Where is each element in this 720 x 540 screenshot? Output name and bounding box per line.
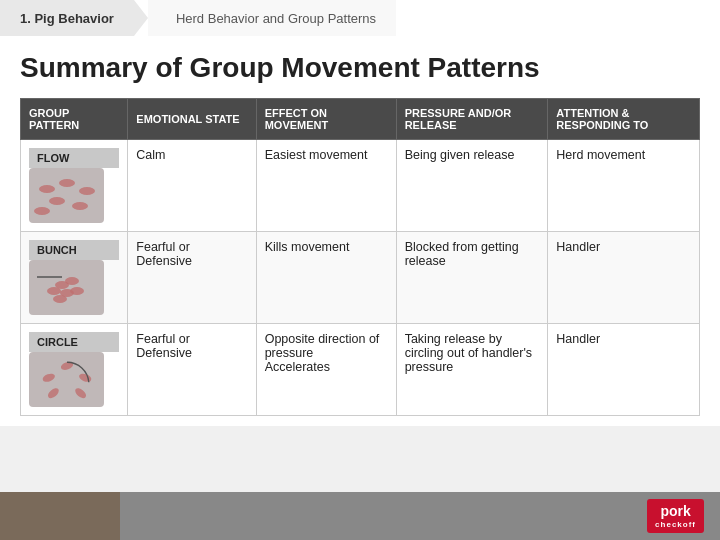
nav-item-herd-behavior[interactable]: Herd Behavior and Group Patterns [148,0,396,36]
flow-pressure: Being given release [396,140,548,232]
table-header-row: GROUP PATTERN EMOTIONAL STATE EFFECT ON … [21,99,700,140]
svg-point-16 [46,386,60,400]
col-header-pressure: PRESSURE and/or RELEASE [396,99,548,140]
bunch-pig-image [29,260,104,315]
svg-point-5 [34,207,50,215]
col-header-group: GROUP PATTERN [21,99,128,140]
main-content: Summary of Group Movement Patterns GROUP… [0,36,720,426]
circle-emotional: Fearful or Defensive [128,324,256,416]
bunch-label: BUNCH [29,240,119,260]
table-row-flow: FLOW Calm Easiest move [21,140,700,232]
circle-effect: Opposite direction of pressure Accelerat… [256,324,396,416]
svg-point-17 [41,372,55,383]
svg-point-8 [47,287,61,295]
table-row-circle: CIRCLE Fearful [21,324,700,416]
bunch-pressure: Blocked from getting release [396,232,548,324]
flow-pig-image [29,168,104,223]
logo-pork-text: pork [660,503,690,520]
flow-label: FLOW [29,148,119,168]
top-navigation: 1. Pig Behavior Herd Behavior and Group … [0,0,720,36]
bunch-pattern-cell: BUNCH [21,232,128,324]
flow-effect: Easiest movement [256,140,396,232]
col-header-attention: ATTENTION & RESPONDING TO [548,99,700,140]
svg-point-11 [53,295,67,303]
circle-label: CIRCLE [29,332,119,352]
circle-pig-image [29,352,104,407]
page-title: Summary of Group Movement Patterns [20,52,700,84]
svg-point-14 [77,372,91,383]
circle-attention: Handler [548,324,700,416]
nav-item-pig-behavior[interactable]: 1. Pig Behavior [0,0,134,36]
col-header-effect: EFFECT ON MOVEMENT [256,99,396,140]
flow-emotional: Calm [128,140,256,232]
svg-point-1 [59,179,75,187]
bunch-effect: Kills movement [256,232,396,324]
circle-pattern-cell: CIRCLE [21,324,128,416]
nav-label-2: Herd Behavior and Group Patterns [176,11,376,26]
bunch-emotional: Fearful or Defensive [128,232,256,324]
logo-checkoff-text: checkoff [655,520,696,530]
svg-point-10 [70,287,84,295]
svg-point-2 [79,187,95,195]
nav-arrow [134,0,148,36]
flow-attention: Herd movement [548,140,700,232]
bottom-bar: pork checkoff [0,492,720,540]
bottom-image [0,492,120,540]
svg-point-7 [65,277,79,285]
bunch-attention: Handler [548,232,700,324]
svg-point-15 [73,386,87,400]
svg-point-0 [39,185,55,193]
movement-patterns-table: GROUP PATTERN EMOTIONAL STATE EFFECT ON … [20,98,700,416]
col-header-emotional: EMOTIONAL STATE [128,99,256,140]
circle-pressure: Taking release by circling out of handle… [396,324,548,416]
table-row-bunch: BUNCH [21,232,700,324]
flow-pattern-cell: FLOW [21,140,128,232]
svg-point-3 [49,197,65,205]
pork-checkoff-logo: pork checkoff [647,499,704,533]
nav-label-1: 1. Pig Behavior [20,11,114,26]
svg-point-4 [72,202,88,210]
